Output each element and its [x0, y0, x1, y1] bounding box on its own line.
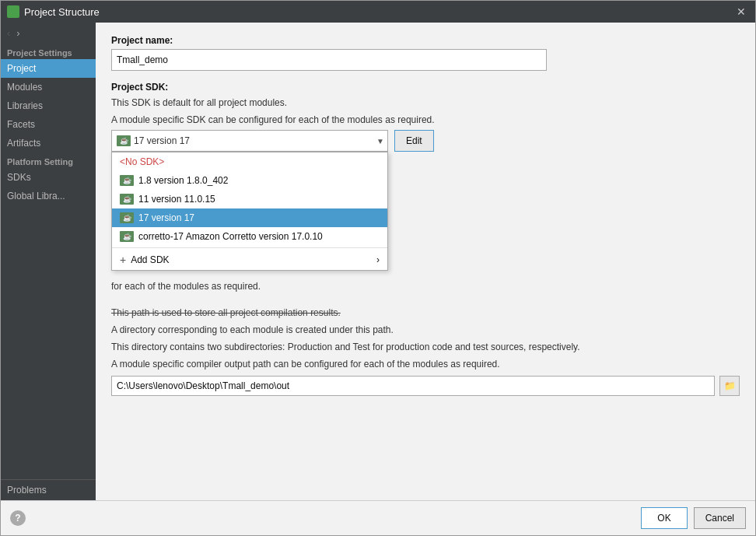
add-sdk-arrow-icon: ›: [376, 254, 380, 265]
sdk-selected-value: 17 version 17: [134, 135, 190, 146]
sdk-selector-row: ☕ 17 version 17 ▼ <No SDK> ☕ 1.8 version…: [111, 130, 740, 152]
project-sdk-label: Project SDK:: [111, 82, 740, 93]
sdk-desc3: for each of the modules as required.: [111, 279, 740, 293]
svg-rect-2: [9, 12, 12, 16]
sdk-dropdown-arrow-icon: ▼: [376, 137, 384, 145]
sidebar: ‹ › Project Settings Project Modules Lib…: [1, 23, 96, 500]
svg-rect-3: [14, 12, 18, 16]
project-structure-dialog: Project Structure ✕ ‹ › Project Settings…: [0, 0, 756, 536]
sdk-option-1.8[interactable]: ☕ 1.8 version 1.8.0_402: [112, 171, 387, 190]
sdk-dropdown-wrapper: ☕ 17 version 17 ▼ <No SDK> ☕ 1.8 version…: [111, 130, 388, 152]
sidebar-item-modules[interactable]: Modules: [1, 78, 96, 96]
output-path-row: 📁: [111, 376, 740, 396]
platform-settings-label: Platform Setting: [1, 152, 96, 168]
dropdown-separator: [112, 247, 387, 248]
close-button[interactable]: ✕: [733, 4, 749, 19]
dialog-title: Project Structure: [24, 6, 100, 18]
sdk-option-corretto[interactable]: ☕ corretto-17 Amazon Corretto version 17…: [112, 227, 387, 246]
help-button[interactable]: ?: [10, 510, 26, 526]
sidebar-item-global-libs[interactable]: Global Libra...: [1, 187, 96, 205]
sdk-17-icon: ☕: [120, 212, 134, 223]
ok-button[interactable]: OK: [641, 507, 687, 529]
main-content: Project name: Project SDK: This SDK is d…: [96, 23, 755, 500]
sdk-icon: ☕: [117, 135, 131, 146]
output-path-input[interactable]: [111, 376, 715, 396]
output-desc2: A directory corresponding to each module…: [111, 323, 740, 337]
dialog-body: ‹ › Project Settings Project Modules Lib…: [1, 23, 755, 500]
output-desc3: This directory contains two subdirectori…: [111, 340, 740, 354]
project-name-label: Project name:: [111, 35, 740, 46]
sidebar-item-problems[interactable]: Problems: [1, 479, 96, 500]
nav-arrows: ‹ ›: [1, 23, 96, 44]
no-sdk-option[interactable]: <No SDK>: [112, 152, 387, 171]
sidebar-item-facets[interactable]: Facets: [1, 115, 96, 134]
svg-rect-1: [14, 7, 18, 11]
browse-folder-button[interactable]: 📁: [719, 376, 740, 396]
project-name-input[interactable]: [111, 49, 547, 71]
plus-icon: +: [120, 254, 126, 266]
cancel-button[interactable]: Cancel: [694, 507, 746, 529]
sidebar-item-project[interactable]: Project: [1, 59, 96, 78]
sdk-dropdown-popup: <No SDK> ☕ 1.8 version 1.8.0_402 ☕ 11 ve…: [111, 152, 388, 271]
sdk-desc1: This SDK is default for all project modu…: [111, 96, 740, 110]
title-bar-left: Project Structure: [7, 5, 100, 18]
bottom-bar: ? OK Cancel: [1, 500, 755, 535]
sdk-desc2: A module specific SDK can be configured …: [111, 113, 740, 127]
output-desc1: This path is used to store all project c…: [111, 306, 740, 320]
svg-rect-0: [9, 7, 12, 11]
project-settings-label: Project Settings: [1, 44, 96, 59]
sdk-option-11[interactable]: ☕ 11 version 11.0.15: [112, 190, 387, 208]
app-icon: [7, 5, 19, 18]
folder-icon: 📁: [724, 380, 736, 391]
sdk-11-icon: ☕: [120, 194, 134, 205]
sidebar-item-artifacts[interactable]: Artifacts: [1, 134, 96, 152]
sdk-corretto-icon: ☕: [120, 231, 134, 242]
back-arrow[interactable]: ‹: [5, 26, 12, 40]
add-sdk-option[interactable]: + Add SDK ›: [112, 250, 387, 270]
sidebar-item-sdks[interactable]: SDKs: [1, 168, 96, 187]
sdk-1.8-icon: ☕: [120, 175, 134, 186]
forward-arrow[interactable]: ›: [15, 26, 21, 40]
output-path-section: This path is used to store all project c…: [111, 306, 740, 396]
edit-button[interactable]: Edit: [394, 130, 434, 152]
sdk-dropdown[interactable]: ☕ 17 version 17 ▼: [111, 130, 388, 152]
sidebar-item-libraries[interactable]: Libraries: [1, 96, 96, 115]
sdk-option-17[interactable]: ☕ 17 version 17: [112, 208, 387, 227]
output-desc4: A module specific compiler output path c…: [111, 357, 740, 371]
title-bar: Project Structure ✕: [1, 1, 755, 23]
